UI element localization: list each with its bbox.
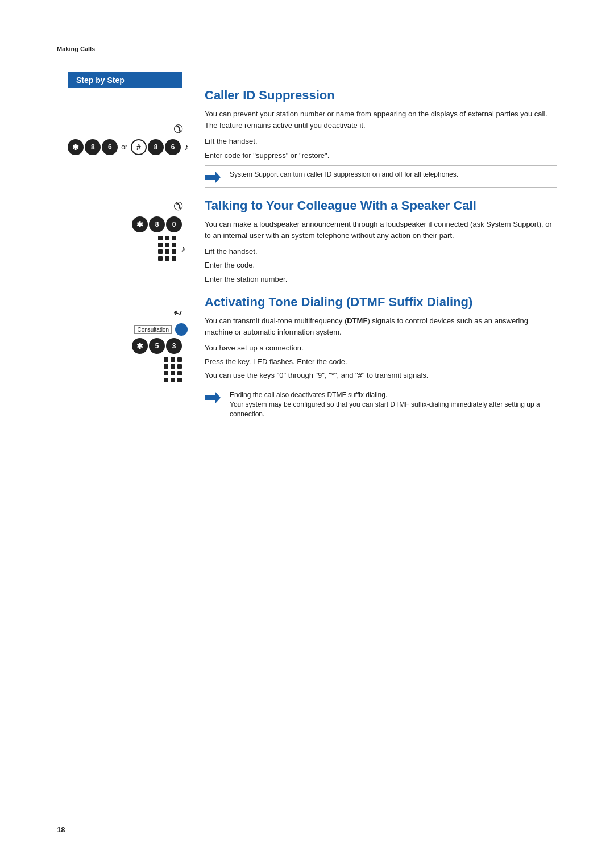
step-enter-code-2-text: Enter the code.: [205, 260, 255, 270]
svg-rect-2: [205, 395, 215, 400]
note-text-2: Ending the call also deactivates DTMF su…: [230, 390, 557, 420]
dtmf-title: Activating Tone Dialing (DTMF Suffix Dia…: [205, 295, 557, 310]
star-btn-2: ✱: [132, 216, 148, 232]
six-btn-1: 6: [102, 139, 118, 155]
step-connection: You have set up a connection.: [205, 343, 557, 353]
three-btn-1: 3: [166, 338, 182, 354]
step-enter-code-1-text: Enter code for "suppress" or "restore".: [205, 151, 329, 161]
step-lift-handset-1-text: Lift the handset.: [205, 136, 258, 147]
svg-marker-3: [215, 391, 221, 404]
six-btn-2: 6: [165, 139, 181, 155]
keypad-icon-1: [158, 236, 177, 262]
keypad-icon-2: [164, 357, 183, 383]
step-lift-handset-2-text: Lift the handset.: [205, 247, 258, 257]
handset-icon-1: ✆: [173, 122, 183, 136]
speaker-call-title: Talking to Your Colleague With a Speaker…: [205, 198, 557, 213]
diagram-column: ✆ ✱ 8 6 or # 8 6 ♪ ✆ ✱ 8: [57, 88, 193, 387]
section-speaker-call: Talking to Your Colleague With a Speaker…: [205, 198, 557, 285]
main-content: ✆ ✱ 8 6 or # 8 6 ♪ ✆ ✱ 8: [57, 88, 557, 432]
step-by-step-label: Step by Step: [68, 72, 182, 88]
ring-icon-1: ♪: [184, 142, 189, 152]
step-lift-handset-2: Lift the handset.: [205, 247, 557, 257]
step-connection-text: You have set up a connection.: [205, 343, 304, 353]
step-use-keys-text: You can use the keys "0" through "9", "*…: [205, 370, 428, 381]
speaker-call-body: You can make a loudspeaker announcement …: [205, 219, 557, 241]
star-btn-1: ✱: [68, 139, 84, 155]
note-icon-2: [205, 390, 225, 404]
eight-btn-2: 8: [148, 139, 164, 155]
dtmf-bold: DTMF: [347, 316, 367, 325]
page-number: 18: [57, 825, 65, 834]
svg-rect-0: [205, 175, 215, 180]
note-text-1: System Support can turn caller ID suppre…: [230, 170, 458, 180]
step-enter-station: Enter the station number.: [205, 274, 557, 285]
note-box-1: System Support can turn caller ID suppre…: [205, 165, 557, 188]
eight-btn-3: 8: [149, 216, 165, 232]
or-text-1: or: [121, 143, 127, 151]
eight-btn-1: 8: [85, 139, 101, 155]
handset-icon-2: ✆: [173, 199, 183, 213]
step-press-key-text: Press the key. LED flashes. Enter the co…: [205, 357, 347, 367]
consultation-label: Consultation: [134, 326, 172, 334]
svg-marker-1: [215, 171, 221, 183]
header-label: Making Calls: [57, 45, 557, 56]
note-box-2: Ending the call also deactivates DTMF su…: [205, 386, 557, 424]
caller-id-body: You can prevent your station number or n…: [205, 108, 557, 131]
zero-btn-1: 0: [166, 216, 182, 232]
star-btn-3: ✱: [132, 338, 148, 354]
step-lift-handset-1: Lift the handset.: [205, 136, 557, 147]
note-icon-1: [205, 170, 225, 183]
caller-id-title: Caller ID Suppression: [205, 88, 557, 103]
hash-btn-1: #: [131, 139, 147, 155]
step-enter-station-text: Enter the station number.: [205, 274, 287, 285]
page: Making Calls Step by Step ✆ ✱ 8 6 or # 8: [0, 0, 614, 868]
step-use-keys: You can use the keys "0" through "9", "*…: [205, 370, 557, 381]
left-column: Step by Step: [57, 66, 193, 88]
step-enter-code-1: Enter code for "suppress" or "restore".: [205, 151, 557, 161]
ring-icon-2: ♪: [181, 244, 185, 254]
section-dtmf: Activating Tone Dialing (DTMF Suffix Dia…: [205, 295, 557, 424]
text-column: Caller ID Suppression You can prevent yo…: [193, 88, 557, 432]
section-caller-id: Caller ID Suppression You can prevent yo…: [205, 88, 557, 188]
connection-icon: ↵: [171, 305, 185, 321]
step-enter-code-2: Enter the code.: [205, 260, 557, 270]
dtmf-body: You can transmit dual-tone multifrequenc…: [205, 315, 557, 337]
step-press-key: Press the key. LED flashes. Enter the co…: [205, 357, 557, 367]
five-btn-1: 5: [149, 338, 165, 354]
consultation-circle: [175, 323, 188, 336]
